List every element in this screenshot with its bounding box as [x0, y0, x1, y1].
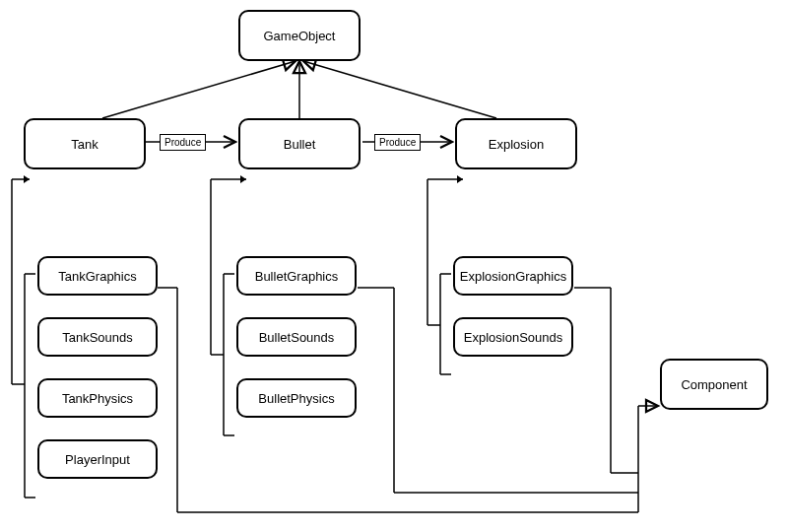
node-bulletphysics: BulletPhysics	[236, 378, 357, 418]
node-explosion: Explosion	[455, 118, 577, 169]
node-component: Component	[660, 359, 768, 410]
node-label: PlayerInput	[65, 452, 130, 467]
node-label: BulletGraphics	[255, 269, 339, 284]
node-label: BulletSounds	[259, 330, 335, 345]
node-label: TankGraphics	[58, 269, 136, 284]
node-label: ExplosionSounds	[464, 330, 562, 345]
node-bullet: Bullet	[238, 118, 361, 169]
node-label: Component	[681, 377, 747, 392]
node-label: BulletPhysics	[258, 391, 334, 406]
node-playerinput: PlayerInput	[37, 439, 158, 479]
edge-label-bullet-explosion: Produce	[374, 134, 421, 151]
node-label: TankSounds	[62, 330, 133, 345]
svg-line-2	[303, 61, 496, 118]
node-bulletsounds: BulletSounds	[236, 317, 357, 357]
node-label: GameObject	[264, 29, 336, 43]
node-explosionsounds: ExplosionSounds	[453, 317, 573, 357]
node-tank: Tank	[24, 118, 146, 169]
node-label: ExplosionGraphics	[460, 269, 566, 284]
edge-label-tank-bullet: Produce	[160, 134, 206, 151]
node-label: Explosion	[489, 137, 544, 152]
node-label: TankPhysics	[62, 391, 133, 406]
node-tanksounds: TankSounds	[37, 317, 158, 357]
node-tankgraphics: TankGraphics	[37, 256, 158, 296]
svg-line-0	[102, 61, 296, 118]
node-label: Bullet	[284, 137, 316, 152]
node-explosiongraphics: ExplosionGraphics	[453, 256, 573, 296]
node-gameobject: GameObject	[238, 10, 361, 61]
node-tankphysics: TankPhysics	[37, 378, 158, 418]
node-label: Tank	[71, 137, 98, 152]
node-bulletgraphics: BulletGraphics	[236, 256, 357, 296]
